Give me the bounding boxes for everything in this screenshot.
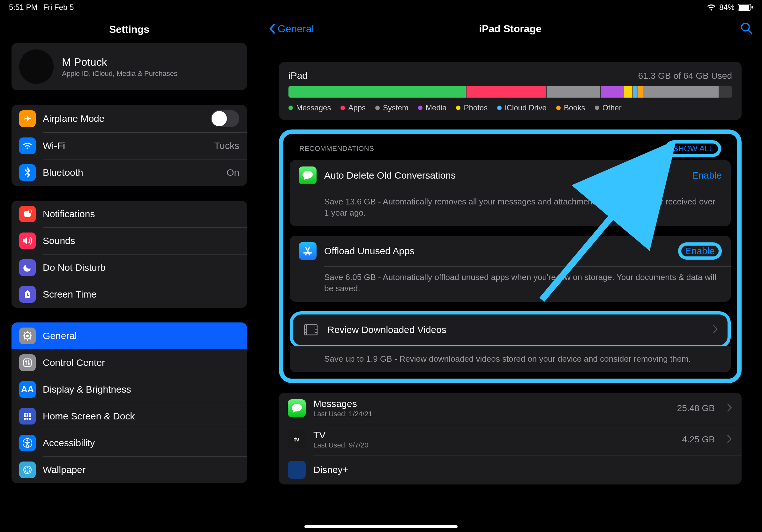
svg-point-32 (27, 467, 29, 468)
profile-cell[interactable]: M Potuck Apple ID, iCloud, Media & Purch… (12, 43, 247, 90)
section-header-recommendations: RECOMMENDATIONS (299, 145, 374, 153)
label-airplane: Airplane Mode (43, 113, 203, 124)
legend-dot (595, 105, 599, 110)
legend-dot (375, 105, 380, 110)
chevron-right-icon (727, 434, 733, 445)
row-wallpaper[interactable]: Wallpaper (12, 456, 247, 483)
storage-legend: MessagesAppsSystemMediaPhotosiCloud Driv… (288, 103, 732, 112)
chevron-right-icon (727, 403, 733, 414)
app-row-disney[interactable]: Disney+ (279, 455, 741, 485)
svg-line-11 (24, 332, 25, 334)
group-notifications: Notifications Sounds Do Not Disturb (12, 201, 247, 308)
svg-rect-27 (27, 418, 29, 420)
label-display: Display & Brightness (43, 384, 239, 395)
row-dnd[interactable]: Do Not Disturb (12, 254, 247, 281)
row-accessibility[interactable]: Accessibility (12, 430, 247, 456)
show-all-button[interactable]: SHOW ALL (673, 144, 714, 153)
svg-point-34 (29, 470, 31, 472)
label-wallpaper: Wallpaper (43, 464, 239, 475)
svg-point-36 (25, 470, 26, 472)
legend-label: Media (426, 103, 446, 112)
legend-item: iCloud Drive (497, 103, 547, 112)
search-button[interactable] (740, 21, 753, 36)
profile-name: M Potuck (62, 56, 178, 68)
highlight-enable: Enable (678, 242, 722, 260)
svg-rect-23 (24, 415, 26, 417)
homescreen-icon (19, 408, 36, 425)
legend-label: Apps (348, 103, 366, 112)
legend-item: Other (595, 103, 622, 112)
svg-rect-22 (29, 413, 31, 415)
row-homescreen[interactable]: Home Screen & Dock (12, 403, 247, 430)
messages-icon (299, 166, 317, 184)
back-button[interactable]: General (267, 23, 314, 35)
profile-sub: Apple ID, iCloud, Media & Purchases (62, 70, 178, 78)
accessibility-icon (19, 435, 36, 451)
avatar (19, 49, 54, 84)
app-name-2: Disney+ (313, 464, 733, 475)
group-general: General Control Center AA Display & Brig… (12, 322, 247, 483)
row-wifi[interactable]: Wi-Fi Tucks (12, 132, 247, 159)
label-dnd: Do Not Disturb (43, 262, 239, 273)
row-general[interactable]: General (12, 322, 247, 349)
notifications-icon (19, 206, 36, 222)
chevron-right-icon (713, 324, 719, 335)
rec-offload-apps[interactable]: Offload Unused Apps Enable Save 6.05 GB … (290, 236, 731, 302)
legend-label: System (383, 103, 409, 112)
svg-point-4 (29, 210, 32, 213)
row-screentime[interactable]: Screen Time (12, 281, 247, 308)
svg-point-33 (29, 468, 31, 470)
svg-rect-24 (27, 415, 29, 417)
app-disney-icon (288, 461, 306, 479)
storage-segment (601, 86, 623, 98)
svg-rect-21 (27, 413, 29, 415)
app-size-1: 4.25 GB (682, 434, 715, 445)
label-bluetooth: Bluetooth (43, 167, 219, 178)
svg-point-16 (25, 361, 27, 362)
value-bluetooth: On (227, 167, 239, 178)
legend-item: Photos (456, 103, 488, 112)
bluetooth-icon (19, 164, 36, 181)
app-tv-icon: tv (288, 431, 306, 448)
rec-review-videos-wrap: Review Downloaded Videos Save up to 1.9 … (290, 311, 731, 372)
enable-button-0[interactable]: Enable (692, 170, 722, 181)
legend-dot (456, 105, 460, 110)
legend-item: Messages (288, 103, 331, 112)
storage-bar (288, 86, 732, 98)
storage-device: iPad (288, 70, 308, 81)
legend-item: Media (418, 103, 446, 112)
row-controlcenter[interactable]: Control Center (12, 349, 247, 376)
rec-auto-delete[interactable]: Auto Delete Old Conversations Enable Sav… (290, 160, 731, 226)
svg-rect-28 (29, 418, 31, 420)
legend-label: Photos (464, 103, 488, 112)
legend-dot (556, 105, 561, 110)
svg-rect-26 (24, 418, 26, 420)
svg-rect-1 (739, 5, 749, 10)
status-time: 5:51 PM (9, 3, 37, 12)
highlight-show-all: SHOW ALL (665, 140, 721, 157)
app-row-messages[interactable]: Messages Last Used: 1/24/21 25.48 GB (279, 393, 741, 424)
svg-point-6 (26, 335, 29, 337)
svg-point-37 (25, 468, 26, 470)
enable-button-1[interactable]: Enable (685, 245, 715, 256)
wifi-icon (707, 4, 716, 11)
row-display[interactable]: AA Display & Brightness (12, 376, 247, 403)
legend-dot (497, 105, 501, 110)
app-row-tv[interactable]: tv TV Last Used: 9/7/20 4.25 GB (279, 424, 741, 455)
label-notifications: Notifications (43, 209, 239, 220)
row-airplane-mode[interactable]: ✈︎ Airplane Mode (12, 105, 247, 132)
home-indicator[interactable] (304, 525, 458, 528)
rec-review-videos[interactable]: Review Downloaded Videos (290, 311, 731, 348)
airplane-switch[interactable] (211, 110, 239, 127)
storage-segment (288, 86, 466, 98)
label-homescreen: Home Screen & Dock (43, 411, 239, 422)
dnd-icon (19, 259, 36, 276)
row-bluetooth[interactable]: Bluetooth On (12, 159, 247, 186)
row-sounds[interactable]: Sounds (12, 228, 247, 254)
display-icon: AA (19, 381, 36, 398)
row-notifications[interactable]: Notifications (12, 201, 247, 228)
sounds-icon (19, 233, 36, 249)
wallpaper-icon (19, 461, 36, 478)
recommendations-section: RECOMMENDATIONS SHOW ALL Auto Delete Old… (279, 129, 741, 383)
svg-line-14 (30, 332, 31, 334)
